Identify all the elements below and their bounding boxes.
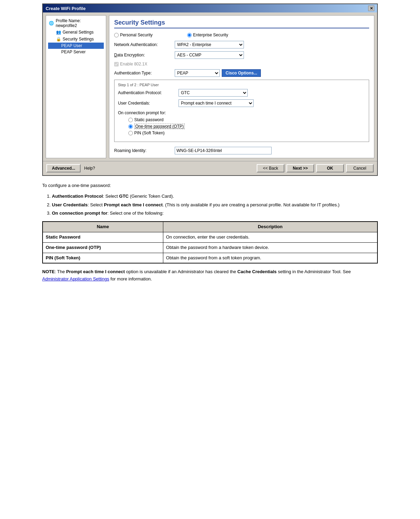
otp-option: One-time password (OTP) — [128, 124, 365, 129]
nav-panel: 🌐 Profile Name: newprofile2 👥 General Se… — [46, 15, 106, 158]
table-header-row: Name Description — [43, 222, 377, 232]
nav-item-peap-server[interactable]: PEAP Server — [48, 49, 104, 55]
content-title: Security Settings — [114, 19, 369, 28]
network-auth-row: Network Authentication: WPA2 - Enterpris… — [114, 41, 369, 48]
step-title: Step 1 of 2 : PEAP User — [118, 83, 365, 87]
row3-desc: Obtain the password from a soft token pr… — [163, 253, 377, 263]
auth-type-control: PEAP EAP-FAST LEAP EAP-TLS EAP-TTLS Cisc… — [175, 69, 261, 77]
note-bold2: Prompt each time I connect — [66, 269, 125, 274]
auth-protocol-select[interactable]: GTC MS-CHAP-V2 — [179, 89, 248, 97]
personal-security-radio-label[interactable]: Personal Security — [114, 33, 153, 37]
user-credentials-control: Prompt each time I connect Use Windows l… — [179, 99, 254, 107]
row2-desc: Obtain the password from a hardware toke… — [163, 242, 377, 253]
enterprise-security-radio[interactable] — [187, 33, 192, 37]
data-encryption-select[interactable]: AES - CCMP TKIP None — [175, 51, 244, 59]
profile-icon: 🌐 — [49, 20, 54, 26]
nav-item-general-settings[interactable]: 👥 General Settings — [48, 29, 104, 36]
pin-option: PIN (Soft Token) — [128, 131, 365, 135]
next-button[interactable]: Next >> — [286, 164, 314, 172]
note-bold3: Cache Credentials — [237, 269, 276, 274]
nav-item-profile-name[interactable]: 🌐 Profile Name: newprofile2 — [48, 18, 104, 29]
data-encryption-control: AES - CCMP TKIP None — [175, 51, 244, 59]
otp-radio[interactable] — [128, 124, 133, 129]
user-credentials-label: User Credentials: — [118, 101, 179, 106]
static-password-option: Static password — [128, 117, 365, 122]
help-link[interactable]: Help? — [84, 166, 95, 171]
note-text4: for more information. — [109, 276, 152, 281]
otp-label: One-time password (OTP) — [134, 124, 185, 129]
nav-label-security: Security Settings — [63, 37, 94, 42]
enable-8021x-label: Enable 802.1X — [120, 62, 147, 66]
step1-text2: (Generic Token Card). — [129, 194, 174, 199]
auth-protocol-label: Authentication Protocol: — [118, 90, 179, 95]
step3-text1: : Select one of the following: — [107, 211, 164, 216]
roaming-identity-input[interactable] — [175, 147, 272, 154]
auth-protocol-control: GTC MS-CHAP-V2 — [179, 89, 248, 97]
page-content: To configure a one-time password: Authen… — [42, 182, 378, 283]
col-name-header: Name — [43, 222, 163, 232]
note-bold: NOTE — [42, 269, 55, 274]
user-credentials-row: User Credentials: Prompt each time I con… — [118, 99, 365, 107]
pin-radio[interactable] — [128, 131, 133, 135]
step1-bold2: GTC — [119, 194, 128, 199]
content-panel: Security Settings Personal Security Ente… — [109, 15, 374, 158]
auth-type-select[interactable]: PEAP EAP-FAST LEAP EAP-TLS EAP-TTLS — [175, 69, 220, 77]
network-auth-select[interactable]: WPA2 - Enterprise WPA - Enterprise 802.1… — [175, 41, 244, 48]
step3-bold1: On connection prompt for — [52, 211, 107, 216]
data-encryption-row: Data Encryption: AES - CCMP TKIP None — [114, 51, 369, 59]
on-connection-prompt-label: On connection prompt for: — [118, 110, 365, 115]
nav-item-peap-user[interactable]: PEAP User — [48, 43, 104, 49]
nav-label-peap-server: PEAP Server — [61, 50, 85, 54]
enterprise-security-radio-label[interactable]: Enterprise Security — [187, 33, 228, 37]
prompt-group: On connection prompt for: Static passwor… — [118, 110, 365, 135]
enable-8021x-checkbox[interactable] — [114, 62, 119, 66]
nav-item-security-settings[interactable]: 🔒 Security Settings — [48, 36, 104, 43]
table-row: Static Password On connection, enter the… — [43, 232, 377, 242]
network-auth-label: Network Authentication: — [114, 42, 175, 47]
auth-type-row: Authentication Type: PEAP EAP-FAST LEAP … — [114, 69, 369, 77]
user-credentials-select[interactable]: Prompt each time I connect Use Windows l… — [179, 99, 254, 107]
personal-security-radio[interactable] — [114, 33, 119, 37]
roaming-identity-label: Roaming Identity: — [114, 148, 175, 153]
row2-name: One-time password (OTP) — [43, 242, 163, 253]
footer-left: Advanced... Help? — [46, 164, 95, 172]
back-button[interactable]: << Back — [257, 164, 284, 172]
table-row: One-time password (OTP) Obtain the passw… — [43, 242, 377, 253]
step-3: On connection prompt for: Select one of … — [52, 210, 378, 217]
general-settings-icon: 👥 — [56, 29, 61, 35]
nav-label-general: General Settings — [63, 30, 93, 35]
nav-label-peap-user: PEAP User — [61, 43, 82, 48]
info-table: Name Description Static Password On conn… — [42, 221, 378, 263]
prompt-options: Static password One-time password (OTP) … — [118, 117, 365, 135]
enterprise-security-label: Enterprise Security — [193, 33, 228, 37]
create-wifi-profile-dialog: Create WiFi Profile ✕ 🌐 Profile Name: ne… — [42, 3, 378, 176]
step2-bold1: User Credentials — [52, 202, 88, 207]
step1-text1: : Select — [103, 194, 119, 199]
cancel-button[interactable]: Cancel — [346, 164, 374, 172]
row1-desc: On connection, enter the user credential… — [163, 232, 377, 242]
admin-settings-link[interactable]: Administrator Application Settings — [42, 276, 109, 281]
advanced-button[interactable]: Advanced... — [46, 164, 81, 172]
security-type-row: Personal Security Enterprise Security — [114, 33, 369, 37]
static-password-radio[interactable] — [128, 118, 133, 122]
close-button[interactable]: ✕ — [368, 6, 374, 11]
dialog-body: 🌐 Profile Name: newprofile2 👥 General Se… — [43, 12, 377, 161]
note-text2: option is unavailable if an Administrato… — [125, 269, 237, 274]
row3-name: PIN (Soft Token) — [43, 253, 163, 263]
network-auth-control: WPA2 - Enterprise WPA - Enterprise 802.1… — [175, 41, 244, 48]
auth-protocol-row: Authentication Protocol: GTC MS-CHAP-V2 — [118, 89, 365, 97]
step1-bold1: Authentication Protocol — [52, 194, 103, 199]
dialog-titlebar: Create WiFi Profile ✕ — [43, 4, 377, 12]
security-settings-icon: 🔒 — [56, 36, 61, 42]
step2-text1: : Select — [88, 202, 104, 207]
dialog-footer: Advanced... Help? << Back Next >> OK Can… — [43, 161, 377, 175]
personal-security-label: Personal Security — [120, 33, 153, 37]
col-description-header: Description — [163, 222, 377, 232]
step2-text2: . (This is only available if you are cre… — [163, 202, 339, 207]
note-text3: setting in the Administrator Tool. See — [277, 269, 351, 274]
ok-button[interactable]: OK — [316, 164, 344, 172]
data-encryption-label: Data Encryption: — [114, 53, 175, 57]
dialog-title: Create WiFi Profile — [46, 6, 85, 11]
cisco-options-button[interactable]: Cisco Options... — [222, 69, 261, 77]
table-row: PIN (Soft Token) Obtain the password fro… — [43, 253, 377, 263]
